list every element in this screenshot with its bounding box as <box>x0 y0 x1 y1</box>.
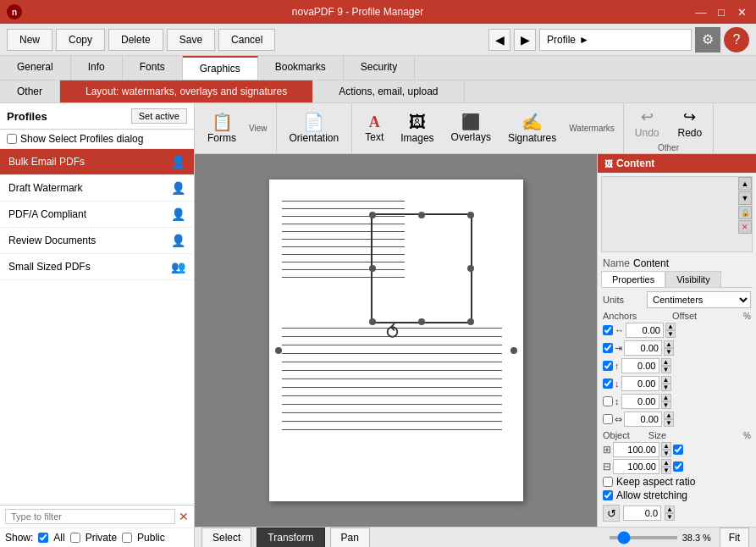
size-height-input[interactable] <box>613 459 659 474</box>
nav-delete-button[interactable]: ✕ <box>738 220 752 234</box>
tab-layout[interactable]: Layout: watermarks, overlays and signatu… <box>60 80 313 102</box>
allow-stretch-checkbox[interactable] <box>603 490 613 500</box>
orientation-button[interactable]: 📄 Orientation <box>282 109 347 148</box>
profile-selector[interactable]: Profile ► <box>539 29 692 51</box>
anchor-val-3[interactable] <box>621 358 659 373</box>
redo-button[interactable]: ↪ Redo <box>672 105 709 141</box>
anchor-val-6[interactable] <box>624 412 662 427</box>
size-w-down[interactable]: ▼ <box>661 450 671 457</box>
tab-graphics[interactable]: Graphics <box>183 56 258 80</box>
nav-lock-button[interactable]: 🔒 <box>738 206 752 219</box>
maximize-button[interactable]: □ <box>714 6 729 19</box>
tab-other[interactable]: Other <box>0 80 60 102</box>
rotate-input[interactable] <box>623 506 661 521</box>
copy-button[interactable]: Copy <box>56 29 105 51</box>
minimize-button[interactable]: — <box>693 6 709 19</box>
tab-info[interactable]: Info <box>71 56 123 80</box>
spin-up-6[interactable]: ▲ <box>664 412 674 419</box>
tab-security[interactable]: Security <box>344 56 415 80</box>
handle-ml[interactable] <box>369 265 376 272</box>
set-active-button[interactable]: Set active <box>131 108 187 124</box>
size-w-up[interactable]: ▲ <box>661 442 671 450</box>
profile-item-pdfa[interactable]: PDF/A Compliant 👤 <box>0 202 194 228</box>
settings-button[interactable]: ⚙ <box>695 27 720 52</box>
signatures-button[interactable]: ✍️ Signatures <box>500 109 564 148</box>
anchor-check-2[interactable] <box>603 343 613 353</box>
rotate-button[interactable]: ↺ <box>603 505 620 522</box>
anchor-check-5[interactable] <box>603 396 613 406</box>
show-private-checkbox[interactable] <box>70 533 80 543</box>
rotate-up[interactable]: ▲ <box>665 506 675 513</box>
show-profiles-checkbox[interactable] <box>7 134 17 144</box>
spin-up-2[interactable]: ▲ <box>664 340 674 348</box>
pan-button[interactable]: Pan <box>330 528 370 547</box>
handle-tm[interactable] <box>418 212 425 218</box>
close-button[interactable]: ✕ <box>734 6 749 19</box>
fit-button[interactable]: Fit <box>720 528 749 547</box>
handle-mr[interactable] <box>467 265 474 272</box>
anchor-check-3[interactable] <box>603 361 613 371</box>
units-select[interactable]: Centimeters Inches Points <box>647 291 751 308</box>
new-button[interactable]: New <box>7 29 52 51</box>
forward-button[interactable]: ▶ <box>514 29 536 51</box>
spin-down-4[interactable]: ▼ <box>661 384 671 391</box>
handle-bl[interactable] <box>369 318 376 325</box>
show-all-checkbox[interactable] <box>38 533 48 543</box>
anchor-check-1[interactable] <box>603 325 613 335</box>
filter-input[interactable] <box>5 509 175 524</box>
anchor-left[interactable] <box>275 347 282 354</box>
anchor-val-4[interactable] <box>621 376 659 391</box>
tab-actions[interactable]: Actions, email, upload <box>313 80 464 102</box>
spin-down-3[interactable]: ▼ <box>661 366 671 373</box>
spin-up-3[interactable]: ▲ <box>661 358 671 366</box>
back-button[interactable]: ◀ <box>488 29 510 51</box>
anchor-check-6[interactable] <box>603 414 613 424</box>
spin-up-5[interactable]: ▲ <box>661 394 671 401</box>
handle-tl[interactable] <box>369 212 376 218</box>
undo-button[interactable]: ↩ Undo <box>629 105 665 141</box>
spin-up-1[interactable]: ▲ <box>665 323 676 330</box>
anchor-right[interactable] <box>510 347 517 354</box>
overlay-box[interactable] <box>371 213 472 323</box>
profile-item-draft-watermark[interactable]: Draft Watermark 👤 <box>0 175 194 202</box>
handle-bm[interactable] <box>418 318 425 325</box>
tab-fonts[interactable]: Fonts <box>123 56 183 80</box>
help-button[interactable]: ? <box>724 27 749 52</box>
profile-item-review[interactable]: Review Documents 👤 <box>0 228 194 254</box>
size-h-pct-check[interactable] <box>673 461 683 472</box>
spin-down-6[interactable]: ▼ <box>664 419 674 427</box>
anchor-val-1[interactable] <box>626 323 664 338</box>
filter-clear-button[interactable]: ✕ <box>179 510 189 523</box>
anchor-val-2[interactable] <box>624 340 662 356</box>
handle-tr[interactable] <box>467 212 474 218</box>
anchor-val-5[interactable] <box>621 394 659 409</box>
handle-br[interactable] <box>467 318 474 325</box>
rotate-down[interactable]: ▼ <box>665 513 675 521</box>
text-button[interactable]: A Text <box>357 110 391 147</box>
overlays-button[interactable]: ⬛ Overlays <box>444 110 499 147</box>
keep-aspect-checkbox[interactable] <box>603 477 613 487</box>
cancel-button[interactable]: Cancel <box>218 29 275 51</box>
size-h-down[interactable]: ▼ <box>661 467 671 474</box>
nav-down-button[interactable]: ▼ <box>738 191 752 205</box>
tab-general[interactable]: General <box>0 56 71 80</box>
forms-button[interactable]: 📋 Forms <box>200 109 244 148</box>
zoom-slider[interactable] <box>610 536 677 539</box>
tab-properties[interactable]: Properties <box>601 271 665 287</box>
spin-up-4[interactable]: ▲ <box>661 376 671 384</box>
profile-item-small-sized[interactable]: Small Sized PDFs 👥 <box>0 254 194 280</box>
save-button[interactable]: Save <box>167 29 215 51</box>
transform-button[interactable]: Transform <box>257 528 324 547</box>
size-h-up[interactable]: ▲ <box>661 459 671 467</box>
spin-down-1[interactable]: ▼ <box>665 330 676 338</box>
nav-up-button[interactable]: ▲ <box>738 177 752 191</box>
spin-down-2[interactable]: ▼ <box>664 348 674 356</box>
show-public-checkbox[interactable] <box>122 533 132 543</box>
anchor-check-4[interactable] <box>603 378 613 389</box>
images-button[interactable]: 🖼 Images <box>393 109 441 148</box>
rotate-handle[interactable]: ⥀ <box>386 322 399 344</box>
select-button[interactable]: Select <box>201 528 251 547</box>
profile-item-bulk-email[interactable]: Bulk Email PDFs 👤 <box>0 149 194 175</box>
tab-visibility[interactable]: Visibility <box>665 271 721 287</box>
canvas-area[interactable]: ⥀ <box>195 154 597 527</box>
